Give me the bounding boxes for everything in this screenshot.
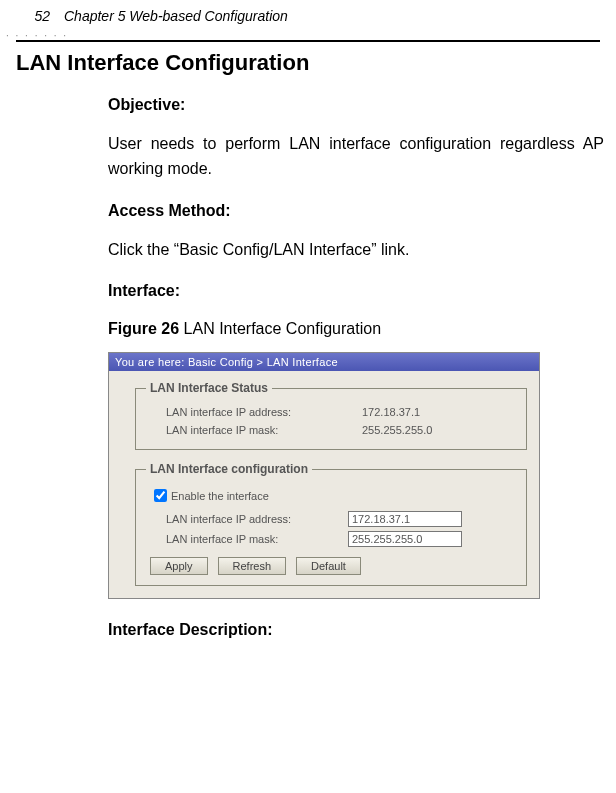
section-title: LAN Interface Configuration xyxy=(16,50,600,76)
objective-text: User needs to perform LAN interface conf… xyxy=(108,132,604,182)
figure-caption-text: LAN Interface Configuration xyxy=(179,320,381,337)
breadcrumb: You are here: Basic Config > LAN Interfa… xyxy=(109,353,539,371)
default-button[interactable]: Default xyxy=(296,557,361,575)
figure-caption: Figure 26 LAN Interface Configuration xyxy=(108,320,604,338)
lan-config-legend: LAN Interface configuration xyxy=(146,462,312,476)
subhead-interface: Interface: xyxy=(108,282,604,300)
apply-button[interactable]: Apply xyxy=(150,557,208,575)
status-row: LAN interface IP address: 172.18.37.1 xyxy=(146,403,516,421)
lan-config-panel: LAN Interface configuration Enable the i… xyxy=(135,462,527,586)
lan-status-panel: LAN Interface Status LAN interface IP ad… xyxy=(135,381,527,450)
status-ip-mask-value: 255.255.255.0 xyxy=(362,424,516,436)
status-row: LAN interface IP mask: 255.255.255.0 xyxy=(146,421,516,439)
config-ip-address-label: LAN interface IP address: xyxy=(166,513,348,525)
status-ip-address-value: 172.18.37.1 xyxy=(362,406,516,418)
chapter-header: Chapter 5 Web-based Configuration xyxy=(64,8,288,24)
config-ip-address-input[interactable] xyxy=(348,511,462,527)
horizontal-rule xyxy=(16,40,600,42)
enable-interface-label: Enable the interface xyxy=(171,490,269,502)
subhead-interface-description: Interface Description: xyxy=(108,621,604,639)
status-ip-address-label: LAN interface IP address: xyxy=(166,406,362,418)
refresh-button[interactable]: Refresh xyxy=(218,557,287,575)
config-ip-mask-input[interactable] xyxy=(348,531,462,547)
page-number: 52 xyxy=(6,8,64,24)
config-ip-mask-label: LAN interface IP mask: xyxy=(166,533,348,545)
subhead-access-method: Access Method: xyxy=(108,202,604,220)
access-method-text: Click the “Basic Config/LAN Interface” l… xyxy=(108,238,604,263)
decorative-dots: · · · · · · · xyxy=(6,30,68,41)
status-ip-mask-label: LAN interface IP mask: xyxy=(166,424,362,436)
lan-status-legend: LAN Interface Status xyxy=(146,381,272,395)
figure-screenshot: You are here: Basic Config > LAN Interfa… xyxy=(108,352,540,599)
subhead-objective: Objective: xyxy=(108,96,604,114)
enable-interface-checkbox[interactable] xyxy=(154,489,167,502)
figure-label: Figure 26 xyxy=(108,320,179,337)
